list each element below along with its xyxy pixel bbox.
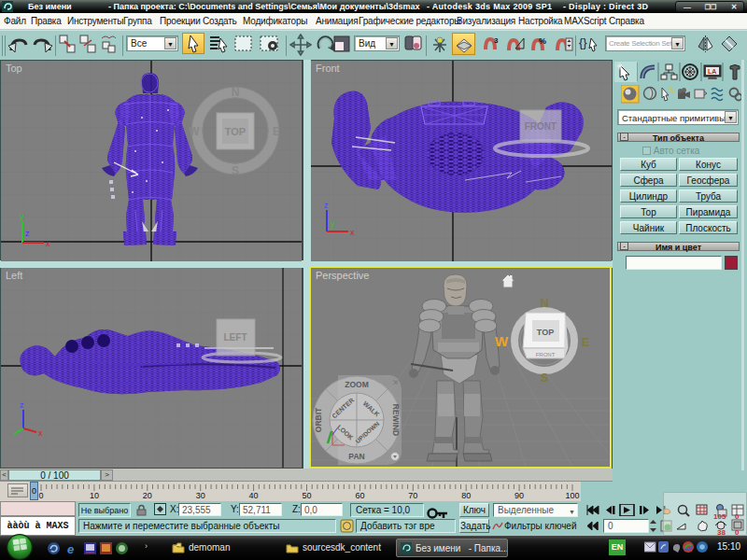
svg-text:10: 10 bbox=[90, 491, 99, 500]
svg-text:REWIND: REWIND bbox=[391, 404, 401, 436]
svg-text:e: e bbox=[67, 542, 74, 555]
svg-text:80: 80 bbox=[461, 491, 471, 500]
svg-text:E: E bbox=[582, 335, 590, 349]
svg-text:20: 20 bbox=[143, 491, 152, 500]
svg-text:TOP: TOP bbox=[537, 328, 554, 337]
svg-text:%: % bbox=[539, 36, 546, 46]
svg-text:ORBIT: ORBIT bbox=[314, 407, 323, 432]
svg-text:LEFT: LEFT bbox=[224, 332, 247, 343]
svg-text:x: x bbox=[46, 239, 50, 248]
svg-text:105: 105 bbox=[713, 512, 726, 521]
svg-text:N: N bbox=[232, 86, 240, 99]
svg-text:z: z bbox=[324, 201, 329, 210]
svg-text:50: 50 bbox=[302, 491, 311, 500]
svg-text:90: 90 bbox=[514, 491, 524, 500]
svg-text:3: 3 bbox=[494, 36, 499, 45]
svg-text:LA: LA bbox=[708, 68, 716, 75]
svg-text:S: S bbox=[541, 371, 549, 385]
svg-text:W: W bbox=[189, 125, 200, 138]
svg-text:30: 30 bbox=[196, 491, 205, 500]
svg-text:N: N bbox=[540, 296, 548, 310]
svg-text:60: 60 bbox=[355, 491, 364, 500]
svg-text:0: 0 bbox=[735, 512, 740, 521]
svg-text:✕: ✕ bbox=[392, 378, 400, 387]
svg-text:y: y bbox=[20, 212, 24, 221]
svg-text:y: y bbox=[331, 219, 335, 229]
svg-text:100: 100 bbox=[565, 491, 579, 500]
svg-text:38: 38 bbox=[717, 528, 726, 536]
svg-text:ZOOM: ZOOM bbox=[345, 380, 369, 389]
svg-text:z: z bbox=[25, 229, 30, 238]
svg-text:FRONT: FRONT bbox=[536, 352, 556, 357]
svg-text:40: 40 bbox=[249, 491, 259, 500]
svg-text:W: W bbox=[495, 333, 509, 349]
svg-text:x: x bbox=[38, 428, 43, 438]
svg-text:0: 0 bbox=[38, 491, 43, 500]
svg-text:FRONT: FRONT bbox=[525, 121, 557, 132]
svg-text:x: x bbox=[350, 228, 355, 237]
svg-text:0: 0 bbox=[735, 528, 740, 536]
svg-text:z: z bbox=[20, 400, 24, 410]
svg-text:TOP: TOP bbox=[225, 126, 246, 137]
svg-text:{}: {} bbox=[579, 35, 587, 49]
svg-text:S: S bbox=[232, 164, 239, 177]
svg-text:PAN: PAN bbox=[348, 452, 364, 461]
svg-text:70: 70 bbox=[408, 491, 417, 500]
svg-text:E: E bbox=[273, 125, 280, 138]
